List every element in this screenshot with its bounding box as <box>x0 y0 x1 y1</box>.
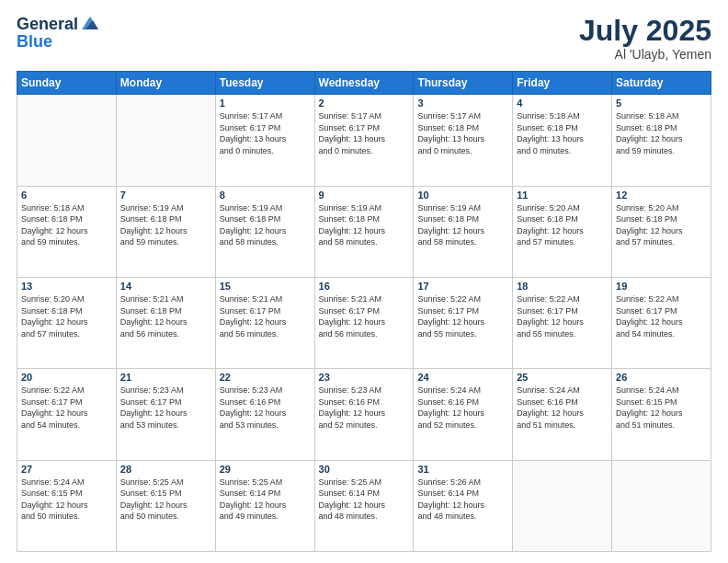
day-info: Sunrise: 5:24 AM Sunset: 6:15 PM Dayligh… <box>616 385 707 431</box>
day-number: 11 <box>517 190 608 201</box>
day-number: 8 <box>220 190 311 201</box>
table-row: 11Sunrise: 5:20 AM Sunset: 6:18 PM Dayli… <box>513 186 612 277</box>
day-number: 13 <box>21 281 112 292</box>
day-number: 21 <box>120 372 211 383</box>
day-number: 30 <box>319 464 410 475</box>
table-row: 4Sunrise: 5:18 AM Sunset: 6:18 PM Daylig… <box>513 95 612 186</box>
table-row: 17Sunrise: 5:22 AM Sunset: 6:17 PM Dayli… <box>414 277 513 368</box>
day-number: 31 <box>417 464 508 475</box>
day-number: 16 <box>319 281 410 292</box>
day-info: Sunrise: 5:24 AM Sunset: 6:16 PM Dayligh… <box>417 385 508 431</box>
day-number: 19 <box>616 281 707 292</box>
day-info: Sunrise: 5:23 AM Sunset: 6:17 PM Dayligh… <box>120 385 211 431</box>
day-info: Sunrise: 5:25 AM Sunset: 6:15 PM Dayligh… <box>120 477 211 523</box>
table-row: 28Sunrise: 5:25 AM Sunset: 6:15 PM Dayli… <box>116 460 215 551</box>
day-info: Sunrise: 5:18 AM Sunset: 6:18 PM Dayligh… <box>517 110 608 156</box>
table-row: 27Sunrise: 5:24 AM Sunset: 6:15 PM Dayli… <box>17 460 117 551</box>
calendar-week-row: 1Sunrise: 5:17 AM Sunset: 6:17 PM Daylig… <box>17 95 711 186</box>
day-number: 9 <box>319 190 410 201</box>
table-row: 8Sunrise: 5:19 AM Sunset: 6:18 PM Daylig… <box>215 186 314 277</box>
calendar-table: Sunday Monday Tuesday Wednesday Thursday… <box>17 71 711 552</box>
day-number: 7 <box>120 190 211 201</box>
day-info: Sunrise: 5:23 AM Sunset: 6:16 PM Dayligh… <box>319 385 410 431</box>
day-number: 22 <box>220 372 311 383</box>
calendar-week-row: 27Sunrise: 5:24 AM Sunset: 6:15 PM Dayli… <box>17 460 711 551</box>
calendar-week-row: 13Sunrise: 5:20 AM Sunset: 6:18 PM Dayli… <box>17 277 711 368</box>
day-info: Sunrise: 5:22 AM Sunset: 6:17 PM Dayligh… <box>21 385 112 431</box>
day-info: Sunrise: 5:21 AM Sunset: 6:17 PM Dayligh… <box>220 293 311 339</box>
table-row: 29Sunrise: 5:25 AM Sunset: 6:14 PM Dayli… <box>215 460 314 551</box>
table-row: 19Sunrise: 5:22 AM Sunset: 6:17 PM Dayli… <box>612 277 711 368</box>
table-row: 21Sunrise: 5:23 AM Sunset: 6:17 PM Dayli… <box>116 369 215 460</box>
day-info: Sunrise: 5:23 AM Sunset: 6:16 PM Dayligh… <box>220 385 311 431</box>
table-row: 20Sunrise: 5:22 AM Sunset: 6:17 PM Dayli… <box>17 369 117 460</box>
logo-blue: Blue <box>17 33 100 52</box>
table-row <box>17 95 117 186</box>
day-number: 3 <box>417 98 508 109</box>
table-row: 13Sunrise: 5:20 AM Sunset: 6:18 PM Dayli… <box>17 277 117 368</box>
table-row: 25Sunrise: 5:24 AM Sunset: 6:16 PM Dayli… <box>513 369 612 460</box>
day-number: 2 <box>319 98 410 109</box>
calendar-week-row: 6Sunrise: 5:18 AM Sunset: 6:18 PM Daylig… <box>17 186 711 277</box>
table-row: 6Sunrise: 5:18 AM Sunset: 6:18 PM Daylig… <box>17 186 117 277</box>
day-number: 14 <box>120 281 211 292</box>
col-monday: Monday <box>116 72 215 95</box>
table-row <box>116 95 215 186</box>
table-row: 16Sunrise: 5:21 AM Sunset: 6:17 PM Dayli… <box>314 277 414 368</box>
day-info: Sunrise: 5:18 AM Sunset: 6:18 PM Dayligh… <box>616 110 707 156</box>
table-row: 26Sunrise: 5:24 AM Sunset: 6:15 PM Dayli… <box>612 369 711 460</box>
day-number: 5 <box>616 98 707 109</box>
col-friday: Friday <box>513 72 612 95</box>
day-number: 17 <box>417 281 508 292</box>
table-row: 23Sunrise: 5:23 AM Sunset: 6:16 PM Dayli… <box>314 369 414 460</box>
table-row: 15Sunrise: 5:21 AM Sunset: 6:17 PM Dayli… <box>215 277 314 368</box>
day-number: 20 <box>21 372 112 383</box>
day-info: Sunrise: 5:25 AM Sunset: 6:14 PM Dayligh… <box>220 477 311 523</box>
day-info: Sunrise: 5:20 AM Sunset: 6:18 PM Dayligh… <box>616 202 707 248</box>
day-info: Sunrise: 5:17 AM Sunset: 6:18 PM Dayligh… <box>417 110 508 156</box>
day-info: Sunrise: 5:19 AM Sunset: 6:18 PM Dayligh… <box>220 202 311 248</box>
header: General Blue July 2025 Al 'Ulayb, Yemen <box>17 15 711 62</box>
col-wednesday: Wednesday <box>314 72 414 95</box>
table-row: 30Sunrise: 5:25 AM Sunset: 6:14 PM Dayli… <box>314 460 414 551</box>
day-info: Sunrise: 5:17 AM Sunset: 6:17 PM Dayligh… <box>220 110 311 156</box>
page: General Blue July 2025 Al 'Ulayb, Yemen … <box>0 0 728 563</box>
table-row: 2Sunrise: 5:17 AM Sunset: 6:17 PM Daylig… <box>314 95 414 186</box>
day-number: 29 <box>220 464 311 475</box>
title-month: July 2025 <box>579 15 711 47</box>
logo-general: General <box>17 16 78 34</box>
table-row: 24Sunrise: 5:24 AM Sunset: 6:16 PM Dayli… <box>414 369 513 460</box>
title-block: July 2025 Al 'Ulayb, Yemen <box>579 15 711 62</box>
table-row: 31Sunrise: 5:26 AM Sunset: 6:14 PM Dayli… <box>414 460 513 551</box>
day-info: Sunrise: 5:19 AM Sunset: 6:18 PM Dayligh… <box>120 202 211 248</box>
day-number: 4 <box>517 98 608 109</box>
day-number: 15 <box>220 281 311 292</box>
day-number: 18 <box>517 281 608 292</box>
table-row: 1Sunrise: 5:17 AM Sunset: 6:17 PM Daylig… <box>215 95 314 186</box>
day-info: Sunrise: 5:25 AM Sunset: 6:14 PM Dayligh… <box>319 477 410 523</box>
logo-icon <box>80 13 100 33</box>
day-number: 1 <box>220 98 311 109</box>
day-info: Sunrise: 5:20 AM Sunset: 6:18 PM Dayligh… <box>517 202 608 248</box>
day-number: 12 <box>616 190 707 201</box>
table-row: 5Sunrise: 5:18 AM Sunset: 6:18 PM Daylig… <box>612 95 711 186</box>
day-info: Sunrise: 5:19 AM Sunset: 6:18 PM Dayligh… <box>417 202 508 248</box>
day-info: Sunrise: 5:24 AM Sunset: 6:15 PM Dayligh… <box>21 477 112 523</box>
col-tuesday: Tuesday <box>215 72 314 95</box>
logo: General Blue <box>17 15 100 52</box>
table-row: 3Sunrise: 5:17 AM Sunset: 6:18 PM Daylig… <box>414 95 513 186</box>
title-location: Al 'Ulayb, Yemen <box>579 47 711 62</box>
day-info: Sunrise: 5:21 AM Sunset: 6:18 PM Dayligh… <box>120 293 211 339</box>
calendar-header-row: Sunday Monday Tuesday Wednesday Thursday… <box>17 72 711 95</box>
day-number: 6 <box>21 190 112 201</box>
table-row: 18Sunrise: 5:22 AM Sunset: 6:17 PM Dayli… <box>513 277 612 368</box>
day-number: 26 <box>616 372 707 383</box>
day-info: Sunrise: 5:22 AM Sunset: 6:17 PM Dayligh… <box>616 293 707 339</box>
day-info: Sunrise: 5:26 AM Sunset: 6:14 PM Dayligh… <box>417 477 508 523</box>
col-saturday: Saturday <box>612 72 711 95</box>
day-info: Sunrise: 5:20 AM Sunset: 6:18 PM Dayligh… <box>21 293 112 339</box>
day-info: Sunrise: 5:17 AM Sunset: 6:17 PM Dayligh… <box>319 110 410 156</box>
table-row <box>513 460 612 551</box>
day-info: Sunrise: 5:19 AM Sunset: 6:18 PM Dayligh… <box>319 202 410 248</box>
day-number: 10 <box>417 190 508 201</box>
